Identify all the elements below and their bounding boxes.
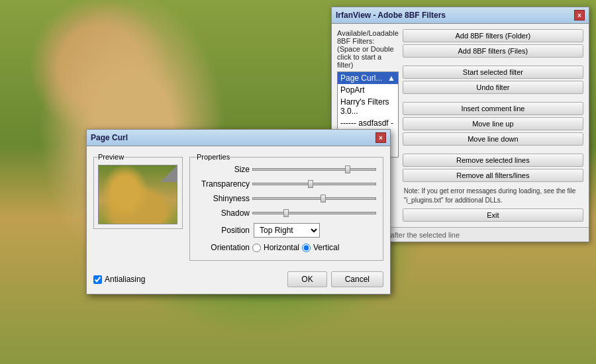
pagecurl-body: Preview Properties Size [87,146,390,267]
cancel-button[interactable]: Cancel [331,271,383,287]
insert-comment-button[interactable]: Insert comment line [403,102,583,115]
transparency-slider[interactable] [252,183,376,185]
horizontal-label: Horizontal [264,243,299,252]
vertical-label: Vertical [313,243,339,252]
pagecurl-close-button[interactable]: × [375,132,386,143]
irfan-titlebar: IrfanView - Adobe 8BF Filters × [332,7,589,24]
properties-section: Properties Size Transparency [189,153,383,261]
vertical-radio[interactable] [302,244,311,252]
pagecurl-dialog: Page Curl × Preview Properties Size [86,129,391,295]
note-text: Note: If you get error messages during l… [403,185,583,206]
shadow-row: Shadow [197,208,376,218]
preview-image [98,165,177,224]
shinyness-slider[interactable] [252,197,376,200]
transparency-slider-thumb[interactable] [308,180,313,188]
size-label: Size [197,165,250,174]
start-filter-button[interactable]: Start selected filter [403,66,583,79]
preview-legend: Preview [98,153,124,161]
filter-item-0[interactable]: Page Curl... ▲ [338,72,398,84]
footer-buttons: OK Cancel [287,271,383,287]
filter-item-1[interactable]: PopArt [338,84,398,96]
ok-button[interactable]: OK [287,271,326,287]
filter-item-2[interactable]: Harry's Filters 3.0... [338,96,398,117]
shinyness-label: Shinyness [197,194,250,203]
orientation-row: Orientation Horizontal Vertical [197,243,376,252]
shadow-slider[interactable] [252,212,376,214]
shinyness-row: Shinyness [197,194,376,203]
orientation-label: Orientation [197,243,250,252]
antialiasing-row: Antialiasing [93,275,145,284]
undo-filter-button[interactable]: Undo filter [403,81,583,94]
position-row: Position Top Right Top Left Bottom Left … [197,223,376,238]
position-select[interactable]: Top Right Top Left Bottom Left Bottom Ri… [254,223,320,238]
size-slider[interactable] [252,168,376,171]
irfan-title: IrfanView - Adobe 8BF Filters [336,11,446,20]
antialiasing-checkbox[interactable] [93,275,102,284]
transparency-row: Transparency [197,179,376,189]
properties-legend: Properties [197,153,230,161]
transparency-label: Transparency [197,179,250,189]
remove-selected-button[interactable]: Remove selected lines [403,154,583,167]
preview-curl-effect [160,165,177,182]
exit-button[interactable]: Exit [403,208,583,222]
pagecurl-footer: Antialiasing OK Cancel [87,267,390,294]
pagecurl-titlebar: Page Curl × [87,130,390,146]
antialiasing-label: Antialiasing [105,275,145,284]
vertical-radio-group: Vertical [302,243,339,252]
pagecurl-title: Page Curl [91,133,128,142]
remove-all-button[interactable]: Remove all filters/lines [403,169,583,182]
irfan-buttons-panel: Add 8BF filters (Folder) Add 8BF filters… [403,29,583,222]
filter-list-label: Available/Loadable 8BF Filters: (Space o… [337,29,399,69]
move-down-button[interactable]: Move line down [403,132,583,146]
horizontal-radio-group: Horizontal [252,243,299,252]
irfan-close-button[interactable]: × [574,10,585,21]
size-slider-thumb[interactable] [345,165,350,173]
shinyness-slider-thumb[interactable] [321,195,326,203]
preview-section: Preview [93,153,183,261]
add-files-button[interactable]: Add 8BF filters (Files) [403,44,583,58]
add-folder-button[interactable]: Add 8BF filters (Folder) [403,29,583,42]
size-row: Size [197,165,376,174]
position-label: Position [197,226,250,235]
shadow-slider-thumb[interactable] [283,209,289,217]
move-up-button[interactable]: Move line up [403,117,583,130]
shadow-label: Shadow [197,208,250,218]
horizontal-radio[interactable] [252,244,261,252]
